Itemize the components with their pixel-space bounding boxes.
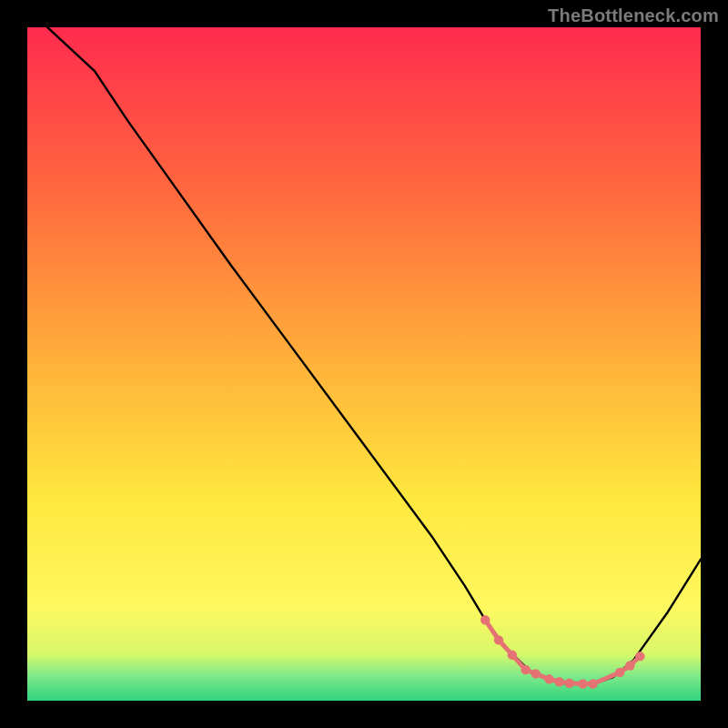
- highlight-dot: [521, 665, 530, 674]
- chart-frame: TheBottleneck.com: [0, 0, 728, 728]
- gradient-background: [27, 27, 701, 701]
- highlight-dot: [588, 679, 597, 688]
- highlight-dot: [544, 674, 553, 683]
- highlight-dot: [635, 652, 644, 661]
- highlight-dot: [531, 669, 541, 678]
- highlight-dot: [615, 668, 624, 677]
- watermark-text: TheBottleneck.com: [548, 5, 719, 26]
- highlight-dot: [578, 679, 587, 688]
- highlight-dot: [480, 615, 490, 624]
- highlight-dot: [508, 650, 517, 659]
- highlight-dot: [494, 635, 503, 644]
- highlight-dot: [565, 679, 574, 688]
- highlight-dot: [554, 677, 563, 686]
- highlight-dot: [625, 661, 634, 670]
- bottleneck-chart: [0, 0, 728, 728]
